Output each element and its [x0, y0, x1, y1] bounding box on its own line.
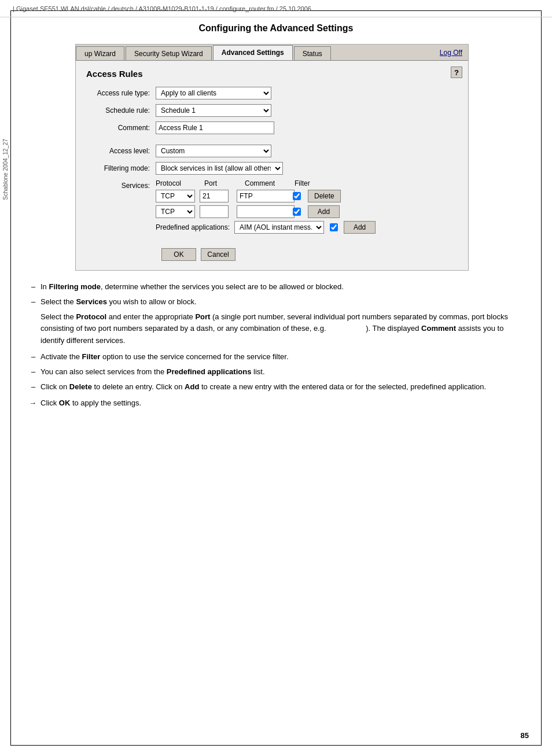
body-text: In Filtering mode, determine whether the… [0, 271, 552, 419]
predefined-row: Predefined applications: AIM (AOL instan… [156, 221, 458, 234]
header-filter: Filter [295, 179, 326, 187]
schedule-rule-label: Schedule rule: [86, 106, 156, 115]
body-text-item-3: Activate the Filter option to use the se… [29, 351, 523, 363]
filtering-mode-select[interactable]: Block services in list (allow all others… [156, 162, 283, 175]
protocol-select-2[interactable]: TCP UDP Both [156, 205, 195, 218]
filtering-mode-label: Filtering mode: [86, 164, 156, 172]
header-protocol: Protocol [156, 179, 202, 187]
predefined-add-button[interactable]: Add [344, 221, 376, 234]
logoff-link[interactable]: Log Off [434, 49, 468, 57]
predefined-filter-checkbox[interactable] [330, 223, 338, 231]
sr-filter-1 [288, 192, 306, 200]
sr-comment-1 [237, 190, 286, 202]
access-rule-type-row: Access rule type: Apply to all clients A… [86, 87, 458, 99]
comment-label: Comment: [86, 124, 156, 132]
schedule-rule-control: Schedule 1 Schedule 2 Schedule 3 [156, 104, 271, 117]
section-title: Access Rules [86, 69, 458, 79]
comment-control [156, 121, 274, 134]
body-text-list: In Filtering mode, determine whether the… [29, 281, 523, 308]
ok-cancel-row: OK Cancel [86, 248, 458, 261]
access-rule-type-label: Access rule type: [86, 89, 156, 97]
comment-input-1[interactable] [237, 190, 295, 202]
sr-btn-2: Add [308, 205, 340, 218]
access-level-select[interactable]: Custom Allow all Block all [156, 145, 271, 157]
access-level-label: Access level: [86, 147, 156, 155]
schedule-rule-row: Schedule rule: Schedule 1 Schedule 2 Sch… [86, 104, 458, 117]
sr-filter-2 [288, 208, 306, 216]
body-text-item-5: Click on Delete to delete an entry. Clic… [29, 381, 523, 393]
filter-checkbox-2[interactable] [293, 208, 301, 216]
header-port: Port [202, 179, 242, 187]
services-table: Protocol Port Comment Filter TCP UDP Bot… [156, 179, 458, 237]
tab-security-setup-wizard[interactable]: Security Setup Wizard [126, 46, 212, 60]
add-button-1[interactable]: Add [308, 205, 340, 218]
predefined-select[interactable]: AIM (AOL instant mess. [234, 221, 324, 234]
services-header: Protocol Port Comment Filter [156, 179, 458, 187]
access-level-control: Custom Allow all Block all [156, 145, 271, 157]
sr-protocol-1: TCP UDP Both [156, 190, 197, 202]
port-input-1[interactable] [200, 190, 229, 202]
body-text-indent: Select the Protocol and enter the approp… [29, 311, 523, 346]
comment-row: Comment: [86, 121, 458, 134]
sr-comment-2 [237, 205, 286, 218]
service-row-1: TCP UDP Both Delete [156, 190, 458, 202]
sr-port-2 [200, 205, 234, 218]
tabs-row: up Wizard Security Setup Wizard Advanced… [76, 45, 468, 61]
access-rule-type-select[interactable]: Apply to all clients Apply to specific c… [156, 87, 271, 99]
ok-button[interactable]: OK [161, 248, 196, 261]
ui-panel: up Wizard Security Setup Wizard Advanced… [75, 44, 469, 271]
schedule-rule-select[interactable]: Schedule 1 Schedule 2 Schedule 3 [156, 104, 271, 117]
page-number: 85 [521, 731, 529, 740]
comment-input-2[interactable] [237, 205, 295, 218]
side-label: Schablone 2004_12_27 [2, 139, 9, 200]
services-label: Services: [86, 179, 156, 190]
access-level-row: Access level: Custom Allow all Block all [86, 145, 458, 157]
help-icon[interactable]: ? [451, 67, 462, 78]
filter-checkbox-1[interactable] [293, 192, 301, 200]
protocol-select-1[interactable]: TCP UDP Both [156, 190, 195, 202]
comment-input[interactable] [156, 121, 274, 134]
delete-button-1[interactable]: Delete [308, 190, 341, 202]
body-text-item-2: Select the Services you wish to allow or… [29, 296, 523, 308]
sr-btn-1: Delete [308, 190, 341, 202]
tab-setup-wizard[interactable]: up Wizard [76, 46, 124, 60]
header-comment: Comment [242, 179, 295, 187]
body-text-arrow: Click OK to apply the settings. [29, 397, 523, 409]
panel-content: ? Access Rules Access rule type: Apply t… [76, 61, 468, 270]
header-text: | Gigaset SE551 WLAN dsl/cable / deutsch… [13, 5, 311, 12]
cancel-button[interactable]: Cancel [201, 248, 235, 261]
header-bar: | Gigaset SE551 WLAN dsl/cable / deutsch… [0, 0, 552, 17]
sr-protocol-2: TCP UDP Both [156, 205, 197, 218]
service-row-2: TCP UDP Both Add [156, 205, 458, 218]
body-text-list-2: Activate the Filter option to use the se… [29, 351, 523, 393]
body-text-item-4: You can also select services from the Pr… [29, 366, 523, 378]
port-input-2[interactable] [200, 205, 229, 218]
tab-status[interactable]: Status [294, 46, 331, 60]
filtering-mode-control: Block services in list (allow all others… [156, 162, 283, 175]
tab-advanced-settings[interactable]: Advanced Settings [213, 45, 293, 60]
sr-port-1 [200, 190, 234, 202]
access-rule-type-control: Apply to all clients Apply to specific c… [156, 87, 271, 99]
services-section: Services: Protocol Port Comment Filter T… [86, 179, 458, 237]
body-text-item-1: In Filtering mode, determine whether the… [29, 281, 523, 293]
predefined-label: Predefined applications: [156, 223, 230, 231]
filtering-mode-row: Filtering mode: Block services in list (… [86, 162, 458, 175]
